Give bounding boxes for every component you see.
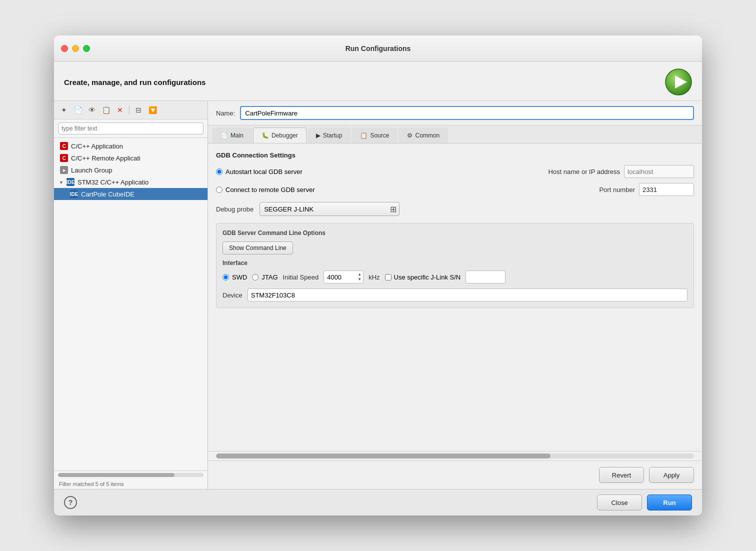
tab-common-label: Common [415,132,440,139]
toolbar-delete-icon[interactable]: ✕ [114,104,126,116]
toolbar-copy-icon[interactable]: 📄 [72,104,84,116]
port-field-group: Port number [599,183,694,196]
show-cmdline-button[interactable]: Show Command Line [222,242,293,254]
jtag-radio-label[interactable]: JTAG [252,274,278,281]
swd-label: SWD [232,274,247,281]
tab-main[interactable]: 📄 Main [212,128,252,143]
host-input[interactable] [624,165,694,178]
speed-unit: kHz [368,274,380,281]
tab-main-label: Main [230,132,244,139]
help-icon[interactable]: ? [64,496,77,509]
sidebar-item-cpp-app[interactable]: C C/C++ Application [54,140,208,152]
autostart-radio-label[interactable]: Autostart local GDB server [216,168,302,176]
gdb-cmdline-title: GDB Server Command Line Options [222,230,688,236]
filter-wrap [54,120,208,138]
speed-stepper: ▲ ▼ [324,270,364,284]
autostart-radio-text: Autostart local GDB server [226,168,302,176]
connect-radio-label[interactable]: Connect to remote GDB server [216,186,314,194]
close-traffic-light[interactable] [61,45,68,52]
tabs-row: 📄 Main 🐛 Debugger ▶ Startup 📋 Source ⚙ [208,126,702,144]
stepper-arrows: ▲ ▼ [356,272,362,282]
connect-radio-text: Connect to remote GDB server [226,186,314,194]
specific-sn-checkbox[interactable] [385,274,392,280]
minimize-traffic-light[interactable] [72,45,79,52]
sidebar-item-cpp-remote[interactable]: C C/C++ Remote Applicati [54,152,208,164]
connect-row: Connect to remote GDB server Port number [216,183,694,196]
cpp-app-icon: C [60,142,68,150]
port-input[interactable] [639,183,694,196]
jtag-radio[interactable] [252,274,258,280]
stepper-down-icon[interactable]: ▼ [356,277,362,282]
maximize-traffic-light[interactable] [83,45,90,52]
toolbar-doc-icon[interactable]: 📋 [100,104,112,116]
debug-probe-row: Debug probe SEGGER J-LINK ⊞ [216,202,694,216]
specific-sn-label[interactable]: Use specific J-Link S/N [385,274,461,281]
stm32-collapse-icon: ▾ [60,180,62,185]
sidebar-item-launch-group[interactable]: ▸ Launch Group [54,164,208,176]
tab-common[interactable]: ⚙ Common [398,128,448,143]
toolbar-view-icon[interactable]: 👁 [86,104,98,116]
tab-source-icon: 📋 [360,132,368,139]
speed-label: Initial Speed [283,274,319,281]
traffic-lights [61,45,90,52]
cpp-remote-icon: C [60,154,68,162]
revert-button[interactable]: Revert [599,467,644,483]
interface-label: Interface [222,260,688,266]
autostart-row: Autostart local GDB server Host name or … [216,165,694,178]
page-title: Create, manage, and run configurations [64,78,206,86]
tab-startup-icon: ▶ [316,132,320,139]
launch-group-icon: ▸ [60,166,68,174]
h-scrollbar[interactable] [216,454,694,458]
device-input[interactable] [248,288,688,302]
h-scrollbar-area [208,451,702,460]
stepper-up-icon[interactable]: ▲ [356,272,362,277]
run-configurations-window: Run Configurations Create, manage, and r… [54,36,702,516]
name-row: Name: [208,101,702,126]
toolbar-collapse-icon[interactable]: ⊟ [132,104,144,116]
interface-section: Interface SWD JTAG Initial Speed [222,260,688,302]
tab-startup-label: Startup [323,132,342,139]
device-label: Device [222,292,242,299]
jtag-label: JTAG [262,274,278,281]
tab-source[interactable]: 📋 Source [352,128,398,143]
sidebar-scrollbar-thumb [58,473,174,477]
toolbar-filter-icon[interactable]: 🔽 [146,104,158,116]
run-icon[interactable] [665,68,692,96]
tab-debugger-label: Debugger [272,132,298,139]
host-field-group: Host name or IP address [548,165,694,178]
filter-status: Filter matched 5 of 5 items [54,479,208,489]
apply-button[interactable]: Apply [649,467,694,483]
sidebar-scrollbar[interactable] [58,473,204,477]
name-input[interactable] [240,106,694,120]
swd-radio-label[interactable]: SWD [222,274,247,281]
cartpole-icon: IDE [70,190,78,198]
debug-probe-select[interactable]: SEGGER J-LINK [260,202,400,216]
tab-startup[interactable]: ▶ Startup [308,128,351,143]
titlebar: Run Configurations [54,36,702,62]
sidebar: ✦ 📄 👁 📋 ✕ ⊟ 🔽 C C/C++ Application C [54,101,208,489]
swd-radio[interactable] [222,274,229,280]
main-body: ✦ 📄 👁 📋 ✕ ⊟ 🔽 C C/C++ Application C [54,101,702,489]
tab-debugger[interactable]: 🐛 Debugger [253,128,306,143]
name-label: Name: [216,110,235,117]
filter-input[interactable] [58,122,204,134]
tab-debugger-icon: 🐛 [262,132,269,139]
window-footer: ? Close Run [54,489,702,516]
debug-probe-label: Debug probe [216,206,254,213]
top-bar: Create, manage, and run configurations [54,62,702,101]
run-button[interactable]: Run [647,494,692,510]
port-label: Port number [599,186,635,194]
toolbar-new-icon[interactable]: ✦ [58,104,70,116]
sn-input[interactable] [466,270,506,284]
connect-radio[interactable] [216,186,222,193]
sidebar-item-stm32[interactable]: ▾ IDE STM32 C/C++ Applicatio [54,176,208,188]
sidebar-scrollbar-area [54,470,208,479]
bottom-buttons: Revert Apply [208,460,702,489]
sidebar-tree: C C/C++ Application C C/C++ Remote Appli… [54,138,208,470]
autostart-radio[interactable] [216,168,222,175]
right-panel: Name: 📄 Main 🐛 Debugger ▶ Startup [208,101,702,489]
specific-sn-text: Use specific J-Link S/N [394,274,461,281]
tab-main-icon: 📄 [220,132,228,139]
close-button[interactable]: Close [597,494,642,510]
sidebar-item-cartpole[interactable]: IDE CartPole CubeIDE [54,188,208,200]
